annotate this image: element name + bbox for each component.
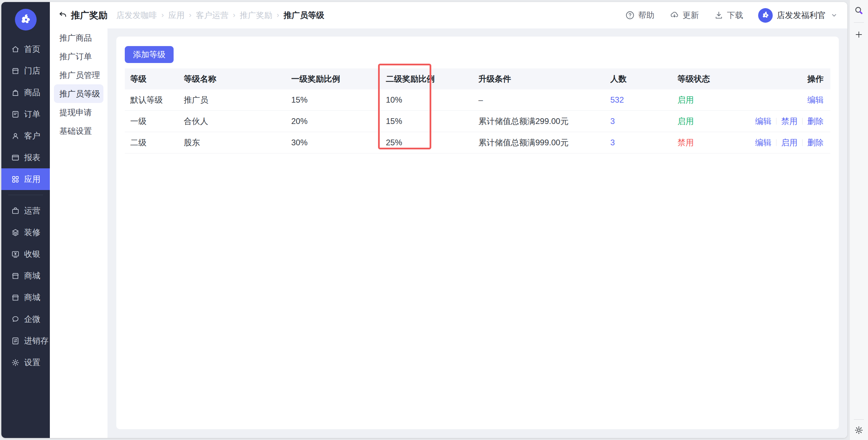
breadcrumb-item[interactable]: 应用 bbox=[168, 10, 184, 21]
content-area: 添加等级 等级 等级名称 一级奖励比例 二级奖励比例 升级条件 人数 等级状态 … bbox=[107, 28, 847, 438]
sidebar-item-apps[interactable]: 应用 bbox=[1, 168, 50, 190]
disable-link[interactable]: 禁用 bbox=[781, 116, 797, 127]
breadcrumb-separator: › bbox=[277, 11, 279, 20]
cell-rate1: 20% bbox=[286, 117, 380, 126]
status-badge: 禁用 bbox=[672, 137, 747, 148]
topbar-actions: 帮助 更新 下载 店发发福利官 bbox=[625, 8, 839, 23]
edit-link[interactable]: 编辑 bbox=[755, 116, 771, 127]
panel-item-promo-goods[interactable]: 推广商品 bbox=[50, 28, 107, 47]
home-icon bbox=[11, 45, 20, 54]
levels-table: 等级 等级名称 一级奖励比例 二级奖励比例 升级条件 人数 等级状态 操作 默认… bbox=[125, 68, 830, 153]
sidebar-item-home[interactable]: 首页 bbox=[1, 38, 50, 60]
sidebar-item-label: 商城 bbox=[24, 270, 40, 281]
update-label: 更新 bbox=[683, 10, 699, 21]
browser-edge-strip bbox=[849, 0, 868, 440]
sidebar-item-customers[interactable]: 客户 bbox=[1, 125, 50, 147]
sidebar-item-settings[interactable]: 设置 bbox=[1, 352, 50, 373]
sidebar-item-label: 应用 bbox=[24, 174, 40, 185]
cell-condition: – bbox=[473, 95, 605, 105]
strip-settings-button[interactable] bbox=[853, 424, 865, 436]
sidebar-item-cashier[interactable]: 收银 bbox=[1, 243, 50, 265]
cell-rate2: 10% bbox=[380, 95, 473, 105]
panel-item-label: 提现申请 bbox=[59, 107, 92, 118]
status-badge: 启用 bbox=[672, 116, 747, 127]
delete-link[interactable]: 删除 bbox=[807, 137, 824, 148]
sidebar-item-label: 首页 bbox=[24, 44, 40, 55]
sidebar-item-inventory[interactable]: 进销存 bbox=[1, 330, 50, 352]
topbar: 店发发咖啡 › 应用 › 客户运营 › 推广奖励 › 推广员等级 帮助 bbox=[107, 2, 847, 28]
storefront-icon bbox=[11, 293, 20, 302]
panel-item-withdrawals[interactable]: 提现申请 bbox=[50, 103, 107, 122]
sidebar-item-orders[interactable]: 订单 bbox=[1, 103, 50, 125]
delete-link[interactable]: 删除 bbox=[807, 116, 824, 127]
edit-link[interactable]: 编辑 bbox=[807, 95, 824, 105]
strip-add-button[interactable] bbox=[853, 29, 865, 40]
content-card: 添加等级 等级 等级名称 一级奖励比例 二级奖励比例 升级条件 人数 等级状态 … bbox=[116, 37, 839, 429]
breadcrumb-separator: › bbox=[161, 11, 164, 20]
update-button[interactable]: 更新 bbox=[669, 10, 699, 21]
cell-level-name: 股东 bbox=[178, 137, 286, 148]
sidebar-item-goods[interactable]: 商品 bbox=[1, 82, 50, 103]
breadcrumb-separator: › bbox=[189, 11, 191, 20]
breadcrumb-item[interactable]: 客户运营 bbox=[196, 10, 229, 21]
cell-rate1: 15% bbox=[286, 95, 380, 105]
chat-bubble-icon bbox=[11, 315, 20, 324]
sidebar-item-mall-2[interactable]: 商城 bbox=[1, 287, 50, 308]
secondary-sidebar: 推广奖励 推广商品 推广订单 推广员管理 推广员等级 提现申请 基础设置 bbox=[50, 2, 107, 438]
sidebar-item-label: 客户 bbox=[24, 130, 40, 141]
user-menu[interactable]: 店发发福利官 bbox=[758, 8, 839, 23]
avatar bbox=[758, 8, 773, 23]
brand-logo-glyph bbox=[18, 12, 33, 27]
panel-title: 推广奖励 bbox=[50, 2, 107, 28]
store-icon bbox=[11, 66, 20, 76]
sidebar-item-label: 企微 bbox=[24, 314, 40, 324]
strip-search-button[interactable] bbox=[853, 5, 865, 16]
panel-item-promo-orders[interactable]: 推广订单 bbox=[50, 47, 107, 66]
panel-item-label: 推广员等级 bbox=[59, 88, 100, 99]
sidebar-item-wecom[interactable]: 企微 bbox=[1, 308, 50, 330]
add-level-button[interactable]: 添加等级 bbox=[125, 46, 174, 63]
enable-link[interactable]: 启用 bbox=[781, 137, 797, 148]
action-separator bbox=[802, 118, 803, 125]
back-icon[interactable] bbox=[58, 11, 67, 20]
sidebar-item-stores[interactable]: 门店 bbox=[1, 60, 50, 82]
breadcrumb-separator: › bbox=[233, 11, 235, 20]
col-rate1: 一级奖励比例 bbox=[286, 74, 380, 84]
cell-level-name: 合伙人 bbox=[178, 116, 286, 127]
download-button[interactable]: 下载 bbox=[714, 10, 743, 21]
count-link[interactable]: 3 bbox=[610, 117, 615, 126]
sidebar-item-reports[interactable]: 报表 bbox=[1, 147, 50, 168]
sidebar-item-mall-1[interactable]: 商城 bbox=[1, 265, 50, 287]
col-count: 人数 bbox=[605, 74, 672, 84]
sidebar-nav: 首页 门店 商品 订单 客户 bbox=[1, 38, 50, 373]
panel-item-promoter-mgmt[interactable]: 推广员管理 bbox=[50, 66, 107, 84]
col-status: 等级状态 bbox=[672, 74, 747, 84]
panel-item-label: 推广订单 bbox=[59, 51, 92, 62]
breadcrumb-item[interactable]: 推广奖励 bbox=[240, 10, 272, 21]
breadcrumb-item[interactable]: 店发发咖啡 bbox=[116, 10, 157, 21]
edit-link[interactable]: 编辑 bbox=[755, 137, 771, 148]
inventory-doc-icon bbox=[11, 336, 20, 345]
help-button[interactable]: 帮助 bbox=[625, 10, 654, 21]
main-sidebar: 首页 门店 商品 订单 客户 bbox=[1, 2, 50, 438]
strip-divider bbox=[854, 419, 864, 420]
count-link[interactable]: 532 bbox=[610, 95, 624, 104]
brand-logo bbox=[15, 9, 37, 30]
person-icon bbox=[11, 131, 20, 141]
count-link[interactable]: 3 bbox=[610, 138, 615, 147]
cell-level: 一级 bbox=[125, 116, 178, 127]
sidebar-item-decorate[interactable]: 装修 bbox=[1, 222, 50, 243]
plus-icon bbox=[854, 29, 864, 40]
panel-item-basic-settings[interactable]: 基础设置 bbox=[50, 122, 107, 140]
cell-level-name: 推广员 bbox=[178, 95, 286, 105]
sidebar-item-label: 报表 bbox=[24, 152, 40, 163]
screen: 首页 门店 商品 订单 客户 bbox=[0, 0, 868, 440]
sidebar-item-operations[interactable]: 运营 bbox=[1, 200, 50, 222]
panel-title-text: 推广奖励 bbox=[71, 9, 107, 21]
cell-level: 二级 bbox=[125, 137, 178, 148]
download-icon bbox=[714, 10, 724, 20]
cell-condition: 累计储值总额满999.00元 bbox=[473, 137, 605, 148]
panel-item-promoter-levels[interactable]: 推广员等级 bbox=[54, 84, 103, 103]
col-actions: 操作 bbox=[747, 74, 830, 84]
table-header-row: 等级 等级名称 一级奖励比例 二级奖励比例 升级条件 人数 等级状态 操作 bbox=[125, 68, 830, 89]
